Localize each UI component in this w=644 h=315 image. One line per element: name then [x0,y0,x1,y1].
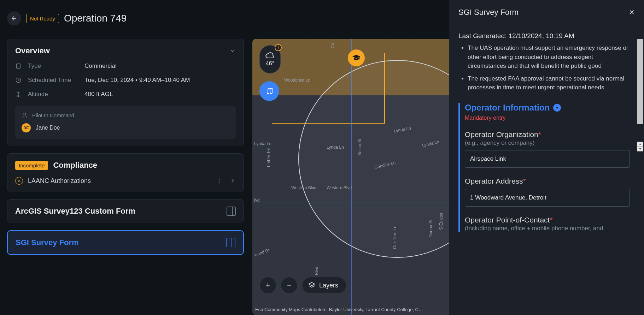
type-value: Commercial [84,63,117,70]
field-label: Operator Point-of-Contact [465,216,550,224]
street-label: Lynda Ln [254,141,271,146]
sgi-title: SGI Survey Form [16,238,79,247]
street-label: Donna St [428,220,433,237]
street-label: Lynda Ln [327,145,344,150]
street-label: Sesco St [357,139,362,156]
arrow-left-icon [11,15,18,22]
svg-point-3 [219,179,219,179]
requirement-item: The UAS operation must support an emerge… [468,43,630,71]
compliance-title: Compliance [53,161,97,170]
altitude-label: Altitude [28,91,84,98]
street-label: Oak Tree Ln [392,226,397,249]
requirement-item: The requested FAA approval cannot be sec… [468,74,630,92]
panel-body: ▲▼ Last Generated: 12/10/2024, 10:19 AM … [449,25,644,315]
operator-address-field: Operator Address* [465,177,630,207]
status-x-icon: ✕ [15,177,23,185]
page-title: Operation 749 [64,13,127,24]
sgi-form-panel: SGI Survey Form ✕ ▲▼ Last Generated: 12/… [449,0,644,315]
cloud-icon [265,52,275,59]
sgi-card[interactable]: SGI Survey Form [7,230,244,255]
pilot-label: Pilot In Command [32,112,74,118]
street-label: lvd [254,198,259,203]
panel-title: SGI Survey Form [458,8,519,17]
close-button[interactable]: ✕ [629,8,635,17]
field-label: Operator Organization [465,130,538,138]
time-value: Tue, Dec 10, 2024 • 9:40 AM–10:40 AM [84,77,190,84]
svg-point-5 [219,182,219,183]
laanc-label: LAANC Authorizations [28,177,91,185]
avatar: DE [22,123,31,132]
alert-icon: ! [275,44,282,51]
grid-line-vertical [351,39,352,315]
panel-toggle-icon[interactable] [226,238,235,247]
operator-poc-field: Operator Point-of-Contact* (Including na… [465,216,630,232]
zoom-in-button[interactable]: + [259,277,276,294]
street-label: Cir [330,43,335,48]
altitude-value: 400 ft AGL [84,91,113,98]
left-column: Overview Type Commercial Scheduled Time … [7,32,244,315]
street-label: wood Dr [254,248,270,257]
field-hint: (e.g., agency or company) [465,139,630,147]
clipboard-icon [15,63,22,69]
user-icon [22,112,28,118]
time-row: Scheduled Time Tue, Dec 10, 2024 • 9:40 … [15,77,236,84]
survey123-card[interactable]: ArcGIS Survey123 Custom Form [7,199,244,223]
pilot-name: Jane Doe [36,125,60,131]
operator-organization-field: Operator Organization* (e.g., agency or … [465,130,630,168]
layers-label: Layers [319,282,338,289]
section-title: Operator Information [465,103,550,113]
collapse-toggle[interactable] [553,104,561,112]
route-icon [265,87,274,95]
street-label: Western Blvd [291,185,316,190]
street-label: S Euless [439,213,444,230]
chevron-right-icon[interactable] [229,178,236,184]
field-label: Operator Address [465,177,523,185]
compliance-badge: Incomplete [15,161,48,170]
triangle-down-icon [555,106,559,109]
street-label: Blvd [314,267,319,275]
overview-title: Overview [15,46,50,55]
route-button[interactable] [259,81,279,101]
zoom-out-button[interactable]: − [281,277,298,294]
compliance-card: Incomplete Compliance ✕ LAANC Authorizat… [7,153,244,192]
more-vertical-icon[interactable] [216,178,222,184]
requirements-list: The UAS operation must support an emerge… [458,43,630,92]
operator-organization-input[interactable] [465,150,630,168]
laanc-row[interactable]: ✕ LAANC Authorizations [15,177,236,185]
temperature: 46° [266,60,274,67]
last-generated: Last Generated: 12/10/2024, 10:19 AM [458,32,630,40]
spinner-control[interactable]: ▲▼ [637,142,643,151]
graduation-cap-icon [352,54,361,62]
panel-toggle-icon[interactable] [227,207,236,216]
back-button[interactable] [7,11,21,25]
type-label: Type [28,63,84,70]
scrollbar[interactable] [637,39,643,124]
layers-button[interactable]: Layers [302,277,346,294]
layers-icon [308,281,316,289]
altitude-row: Altitude 400 ft AGL [15,91,236,98]
time-label: Scheduled Time [28,77,84,84]
panel-header: SGI Survey Form ✕ [449,0,644,25]
clock-icon [15,77,22,83]
operator-address-input[interactable] [465,189,630,207]
overview-card: Overview Type Commercial Scheduled Time … [7,39,244,146]
mandatory-label: Mandatory entry [465,115,630,121]
chevron-down-icon[interactable] [229,48,236,54]
type-row: Type Commercial [15,63,236,70]
operator-info-section: Operator Information Mandatory entry Ope… [458,103,630,232]
street-label: Western Blvd [327,185,352,190]
map-controls: + − Layers [259,277,346,294]
street-label: Woodcrest Ln [284,78,310,83]
survey123-title: ArcGIS Survey123 Custom Form [15,207,135,216]
weather-widget[interactable]: ! 46° [259,45,281,73]
svg-point-2 [24,113,26,115]
svg-point-4 [219,180,219,181]
altitude-icon [15,91,22,97]
field-hint: (Including name, office + mobile phone n… [465,225,630,232]
street-label: Timber Ter [266,148,271,168]
pilot-box: Pilot In Command DE Jane Doe [15,106,236,139]
status-chip: Not Ready [26,14,59,23]
school-marker[interactable] [348,49,365,66]
